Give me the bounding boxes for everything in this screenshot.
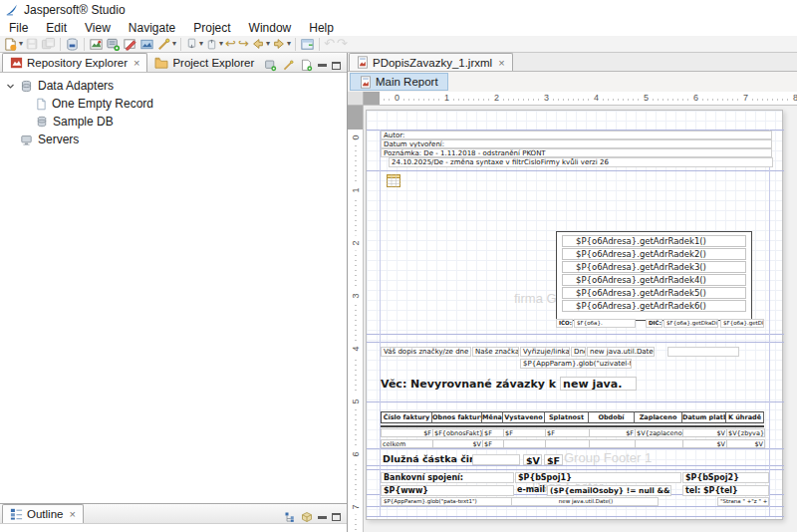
resource-icon[interactable] bbox=[138, 36, 155, 52]
empty-field[interactable] bbox=[667, 347, 739, 357]
server-add-icon[interactable] bbox=[264, 59, 277, 72]
wand-icon[interactable]: ▾ bbox=[155, 36, 177, 52]
redo-icon[interactable]: ↷ bbox=[336, 36, 349, 52]
tab-project-explorer[interactable]: Project Explorer bbox=[147, 53, 261, 72]
save-icon[interactable] bbox=[24, 36, 40, 52]
total-cell[interactable] bbox=[545, 439, 590, 448]
subject-line[interactable]: Věc: Nevyrovnané závazky k new java. bbox=[381, 377, 637, 391]
data-adapter-icon[interactable] bbox=[64, 36, 81, 52]
menu-navigate[interactable]: Navigate bbox=[120, 21, 184, 35]
total-cell[interactable]: $V bbox=[682, 439, 727, 448]
dropdown-caret[interactable]: ▾ bbox=[199, 36, 203, 52]
tab-repository-explorer[interactable]: Repository Explorer × bbox=[2, 53, 147, 72]
dropdown-caret[interactable]: ▾ bbox=[19, 36, 23, 52]
minimize-icon[interactable] bbox=[318, 64, 327, 67]
footer-left-field[interactable]: $P{AppParam}.glob("pata-text1") bbox=[381, 497, 530, 506]
vas-dopis-label[interactable]: Váš dopis značky/ze dne bbox=[381, 347, 471, 357]
new-file-icon[interactable] bbox=[300, 59, 313, 72]
tab-main-report[interactable]: Main Report bbox=[350, 73, 448, 91]
minimize-icon[interactable] bbox=[318, 516, 327, 519]
bank-spoj1-field[interactable]: $P{bSpoj1} bbox=[515, 472, 681, 483]
total-cell[interactable] bbox=[589, 439, 636, 448]
image-element-icon[interactable] bbox=[387, 172, 400, 191]
address-field[interactable]: $P{o6Adresa}.getAdrRadek6() bbox=[562, 300, 746, 312]
new-editor-window-icon[interactable] bbox=[299, 36, 316, 52]
dropdown-caret[interactable]: ▾ bbox=[172, 36, 176, 52]
next-annotation-icon[interactable]: ▾ bbox=[204, 36, 224, 52]
close-icon[interactable]: × bbox=[69, 508, 75, 520]
column-header[interactable]: Datum platby bbox=[682, 411, 726, 423]
column-header[interactable]: Vystaveno bbox=[503, 411, 545, 423]
editor-tab-jrxml[interactable]: PDopisZavazky_1.jrxml × bbox=[349, 53, 513, 71]
amount-due-f-field[interactable]: $F bbox=[544, 454, 563, 465]
amount-due-v-field[interactable]: $V bbox=[523, 454, 542, 465]
detail-cell[interactable]: $V{zaplaceno} bbox=[635, 428, 683, 437]
menu-view[interactable]: View bbox=[76, 21, 120, 35]
menu-project[interactable]: Project bbox=[184, 21, 239, 35]
total-cell[interactable]: $F bbox=[482, 439, 504, 448]
email-value-field[interactable]: ($P{emailOsoby} != null && !$P bbox=[547, 485, 671, 496]
column-header[interactable]: Období bbox=[589, 411, 635, 423]
subject-value-field[interactable]: new java. bbox=[560, 377, 637, 391]
column-header[interactable]: Číslo faktury bbox=[381, 411, 432, 423]
address-box[interactable]: $P{o6Adresa}.getAdrRadek1() $P{o6Adresa}… bbox=[556, 231, 752, 321]
maximize-icon[interactable] bbox=[332, 62, 341, 70]
detail-cell[interactable]: $F bbox=[503, 428, 546, 437]
empty-field[interactable] bbox=[472, 454, 520, 465]
column-header[interactable]: Zaplaceno bbox=[635, 411, 682, 423]
chevron-down-icon[interactable] bbox=[6, 82, 15, 91]
column-header[interactable]: Splatnost bbox=[545, 411, 589, 423]
footer-page-field[interactable]: "Strana " +"z " + bbox=[717, 497, 769, 506]
subject-label[interactable]: Věc: Nevyrovnané závazky k bbox=[381, 378, 556, 391]
dropdown-caret[interactable]: ▾ bbox=[266, 36, 270, 52]
invoice-total-row[interactable]: celkem $V $F $V $V bbox=[381, 439, 764, 448]
email-label[interactable]: e-mail: bbox=[515, 485, 546, 496]
previous-annotation-icon[interactable]: ▾ bbox=[184, 36, 204, 52]
publish-report-icon[interactable] bbox=[88, 36, 105, 52]
report-page[interactable]: Title firma Group Header 1 Group Footer … bbox=[366, 110, 783, 520]
close-icon[interactable]: × bbox=[133, 57, 139, 69]
dic-label-field[interactable]: DIČ: bbox=[646, 319, 663, 328]
menu-file[interactable]: File bbox=[0, 21, 37, 35]
uzivatel-field[interactable]: $P{AppParam}.glob("uzivatel-t") bbox=[520, 359, 632, 369]
vyrizuje-label[interactable]: Vyřizuje/linka bbox=[520, 347, 570, 357]
detail-cell[interactable]: $F{obnosFakt} bbox=[432, 428, 483, 437]
detail-cell[interactable]: $F bbox=[482, 428, 504, 437]
bank-label[interactable]: Bankovní spojení: bbox=[381, 472, 514, 483]
save-all-icon[interactable] bbox=[40, 36, 57, 52]
tree-item-data-adapters[interactable]: Data Adapters bbox=[0, 77, 347, 95]
address-field[interactable]: $P{o6Adresa}.getAdrRadek5() bbox=[562, 287, 746, 299]
forward-history-icon[interactable]: ↪ bbox=[237, 36, 250, 52]
undo-icon[interactable]: ↶ bbox=[323, 36, 336, 52]
report-field-datum[interactable]: Datum vytvoření: bbox=[381, 139, 772, 148]
menu-help[interactable]: Help bbox=[300, 21, 343, 35]
detail-cell[interactable]: $F bbox=[545, 428, 590, 437]
close-icon[interactable]: × bbox=[498, 57, 504, 69]
wand-icon[interactable] bbox=[282, 59, 295, 72]
total-cell[interactable] bbox=[503, 439, 546, 448]
address-field[interactable]: $P{o6Adresa}.getAdrRadek1() bbox=[562, 235, 746, 247]
back-history-icon[interactable]: ↩ bbox=[224, 36, 237, 52]
dic-value-field[interactable]: $F{o6a}.getDkaDic() bbox=[664, 319, 718, 328]
forward-nav-icon[interactable]: ▾ bbox=[271, 36, 292, 52]
total-cell[interactable]: $V bbox=[726, 439, 765, 448]
detail-cell[interactable]: $V bbox=[682, 428, 727, 437]
total-cell[interactable]: $V bbox=[432, 439, 483, 448]
tree-layout-icon[interactable] bbox=[284, 511, 296, 523]
amount-due-label[interactable]: Dlužná částka činí: bbox=[381, 453, 475, 465]
dropdown-caret[interactable]: ▾ bbox=[287, 36, 291, 52]
address-field[interactable]: $P{o6Adresa}.getAdrRadek2() bbox=[562, 248, 746, 260]
detail-cell[interactable]: $F bbox=[589, 428, 636, 437]
dne-label[interactable]: Dne: bbox=[571, 347, 586, 357]
invoice-detail-row[interactable]: $F $F{obnosFakt} $F $F $F $F $V{zaplacen… bbox=[381, 428, 764, 437]
menu-window[interactable]: Window bbox=[240, 21, 301, 35]
footer-date-field[interactable]: new java.util.Date() bbox=[511, 497, 659, 506]
server-add-icon[interactable] bbox=[105, 36, 122, 52]
maximize-icon[interactable] bbox=[332, 513, 341, 521]
total-cell[interactable]: celkem bbox=[381, 439, 433, 448]
report-field-autor[interactable]: Autor: bbox=[381, 131, 772, 139]
total-cell[interactable] bbox=[635, 439, 683, 448]
tree-item-sample-db[interactable]: Sample DB bbox=[0, 113, 347, 131]
back-nav-icon[interactable]: ▾ bbox=[250, 36, 271, 52]
bank-spoj2-field[interactable]: $P{bSpoj2} bbox=[682, 472, 769, 483]
